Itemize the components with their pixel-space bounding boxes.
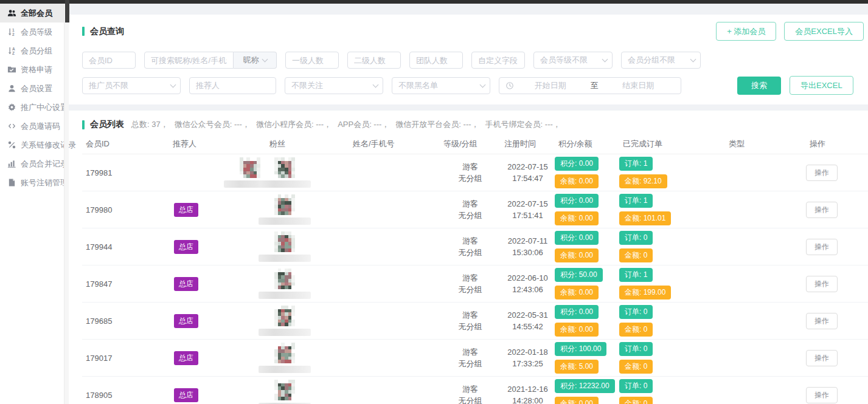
nickname-blur	[259, 292, 311, 299]
avatar	[274, 194, 295, 215]
level2-count-input[interactable]	[347, 52, 401, 69]
excel-import-button[interactable]: 会员EXCEL导入	[784, 22, 864, 41]
file-icon	[7, 178, 16, 187]
referrer-cell: 总店	[169, 240, 266, 254]
row-action-button[interactable]: 操作	[806, 239, 838, 255]
sort-alpha-icon: AZ	[7, 46, 16, 55]
orders-cell: 订单: 0金额: 0	[619, 305, 725, 337]
member-level-select[interactable]: 会员等级不限	[533, 52, 613, 69]
sidebar-item-0[interactable]: 全部会员	[0, 4, 64, 22]
fan-avatar	[259, 343, 311, 373]
scrollbar-track	[64, 4, 69, 404]
list-stat: 总数: 37，	[131, 120, 168, 129]
row-action-button[interactable]: 操作	[806, 165, 838, 181]
orders-badge: 订单: 0	[619, 305, 653, 319]
member-level: 游客	[440, 235, 501, 247]
blacklist-value: 不限黑名单	[398, 80, 438, 91]
column-header-0: 会员ID	[82, 139, 169, 149]
sidebar-item-label: 账号注销管理	[21, 177, 68, 188]
sidebar-item-6[interactable]: 会员邀请码	[0, 117, 64, 135]
referrer-input[interactable]	[189, 77, 276, 94]
folder-check-icon	[7, 65, 16, 74]
list-title-text: 会员列表	[90, 119, 124, 130]
add-member-button[interactable]: + 添加会员	[716, 22, 776, 41]
search-input[interactable]	[144, 52, 234, 69]
points-badge: 积分: 0.00	[555, 305, 599, 319]
custom-field-input[interactable]	[471, 52, 525, 69]
sidebar-item-7[interactable]: 关系链修改记录	[0, 135, 64, 154]
register-time-cell: 2022-05-3114:55:42	[501, 309, 555, 332]
sidebar-item-8[interactable]: 会员合并记录	[0, 154, 64, 173]
amount-badge: 金额: 0	[619, 323, 653, 337]
store-badge: 总店	[174, 277, 198, 291]
date-end-placeholder[interactable]: 结束日期	[602, 80, 675, 91]
list-stat: 微信开放平台会员: ---，	[395, 120, 479, 129]
row-action-button[interactable]: 操作	[806, 276, 838, 292]
points-badge: 积分: 0.00	[555, 157, 599, 171]
scrollbar-thumb[interactable]	[65, 0, 69, 22]
list-stat: 手机号绑定会员: ---，	[485, 120, 561, 129]
row-action-button[interactable]: 操作	[806, 202, 838, 218]
sidebar-item-4[interactable]: 会员设置	[0, 79, 64, 98]
table-body: 179981游客无分组2022-07-1517:54:47积分: 0.00余额:…	[82, 154, 868, 404]
follow-value: 不限关注	[291, 80, 323, 91]
store-badge: 总店	[174, 240, 198, 254]
sidebar-item-3[interactable]: 资格申请	[0, 60, 64, 79]
nickname-blur	[259, 255, 311, 262]
register-time: 14:28:00	[501, 395, 555, 404]
member-level: 游客	[440, 309, 501, 321]
referrer-cell: 总店	[169, 351, 266, 365]
referrer-cell	[169, 157, 266, 188]
row-action-button[interactable]: 操作	[806, 313, 838, 329]
member-group-select[interactable]: 会员分组不限	[621, 52, 701, 69]
level-group-cell: 游客无分组	[440, 272, 501, 295]
sidebar-item-5[interactable]: 推广中心设置	[0, 98, 64, 117]
promoter-select[interactable]: 推广员不限	[82, 77, 181, 94]
level-group-cell: 游客无分组	[440, 346, 501, 369]
avatar	[274, 269, 295, 289]
export-excel-button[interactable]: 导出EXCEL	[790, 76, 853, 95]
register-date: 2022-07-11	[501, 235, 555, 247]
level1-count-input[interactable]	[285, 52, 339, 69]
store-badge: 总店	[174, 351, 198, 365]
date-start-placeholder[interactable]: 开始日期	[514, 80, 587, 91]
search-button[interactable]: 搜索	[737, 77, 781, 95]
search-type-select[interactable]: 昵称	[234, 52, 277, 69]
sidebar-item-label: 全部会员	[21, 8, 52, 19]
list-stat: 微信公众号会员: ---，	[175, 120, 250, 129]
sidebar-item-2[interactable]: AZ会员分组	[0, 41, 64, 60]
member-id: 179847	[82, 279, 169, 289]
store-badge: 总店	[174, 388, 198, 402]
register-date: 2022-01-18	[501, 346, 555, 358]
register-date-range-picker[interactable]: 开始日期 至 结束日期	[499, 77, 681, 94]
nickname-blur	[259, 217, 311, 225]
orders-badge: 订单: 1	[619, 194, 653, 208]
referrer-cell: 总店	[169, 388, 266, 402]
sidebar-item-1[interactable]: 12会员等级	[0, 22, 64, 41]
blacklist-select[interactable]: 不限黑名单	[392, 77, 490, 94]
referrer-cell: 总店	[169, 314, 266, 328]
follow-select[interactable]: 不限关注	[285, 77, 383, 94]
action-cell: 操作	[806, 165, 868, 181]
name-phone-cell	[349, 279, 440, 289]
promoter-value: 推广员不限	[89, 80, 128, 91]
chevron-down-icon	[170, 81, 176, 87]
member-id-input[interactable]	[82, 52, 136, 69]
sidebar-item-9[interactable]: 账号注销管理	[0, 173, 64, 192]
row-action-button[interactable]: 操作	[806, 387, 838, 403]
register-time-cell: 2022-07-1517:51:41	[501, 198, 555, 221]
orders-cell: 订单: 1金额: 199.00	[619, 268, 725, 300]
fan-avatar	[259, 380, 311, 404]
row-action-button[interactable]: 操作	[806, 350, 838, 366]
sidebar-menu: 全部会员12会员等级AZ会员分组资格申请会员设置推广中心设置会员邀请码关系链修改…	[0, 4, 64, 192]
points-balance-cell: 积分: 0.00余额: 0.00	[555, 231, 619, 262]
member-group-value: 会员分组不限	[628, 55, 675, 66]
window-top-edge	[0, 0, 868, 4]
fan-cell	[266, 306, 349, 336]
column-header-1: 推荐人	[169, 139, 266, 149]
team-count-input[interactable]	[409, 52, 463, 69]
sidebar-item-label: 资格申请	[21, 64, 52, 75]
avatar	[274, 157, 295, 178]
register-time: 17:54:47	[501, 173, 555, 184]
member-level-value: 会员等级不限	[540, 55, 588, 66]
